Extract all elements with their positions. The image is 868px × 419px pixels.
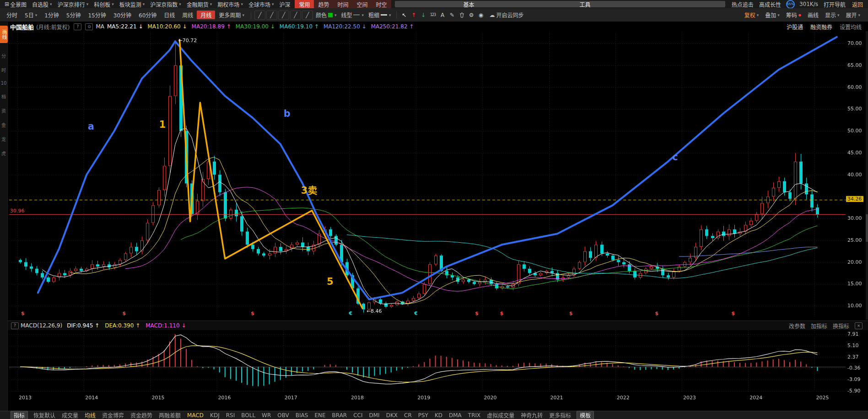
- toolbar-展开-button[interactable]: 展开▾: [846, 11, 860, 19]
- menu-item-沪深京排行[interactable]: 沪深京排行▾: [55, 0, 92, 8]
- macd-indicator-title[interactable]: MACD(12,26,9): [21, 322, 62, 329]
- cloud-sync-button[interactable]: ☁ 开启云同步: [490, 11, 524, 19]
- left-strip-item-4[interactable]: 资: [1, 107, 6, 114]
- indicator-tab-OBV[interactable]: OBV: [274, 412, 292, 419]
- menu-right-item-热点追击[interactable]: 热点追击: [729, 0, 756, 8]
- indicator-tab-KD[interactable]: KD: [431, 412, 446, 419]
- menu-tab-时间[interactable]: 时间: [334, 0, 353, 8]
- menu-right-item-高成长性[interactable]: 高成长性: [756, 0, 784, 8]
- left-strip-item-3[interactable]: 档: [1, 93, 6, 100]
- indicator-tab-TRIX[interactable]: TRIX: [465, 412, 484, 419]
- toolbar-复权-button[interactable]: 复权▾: [744, 11, 759, 19]
- menu-item-期权市场[interactable]: 期权市场▾: [215, 0, 246, 8]
- indicator-tab-DMI[interactable]: DMI: [366, 412, 383, 419]
- menu-item-沪深[interactable]: 沪深: [276, 0, 293, 8]
- indicator-tab-WR[interactable]: WR: [259, 412, 274, 419]
- indicator-tab-虚拟成交量[interactable]: 虚拟成交量: [484, 411, 518, 419]
- period-button-1分钟[interactable]: 1分钟: [41, 11, 63, 19]
- menu-item-科创板[interactable]: 科创板▾: [91, 0, 117, 8]
- pointer-icon[interactable]: ↖: [400, 11, 409, 19]
- period-button-15分钟[interactable]: 15分钟: [84, 11, 109, 19]
- left-strip-item-6[interactable]: 龙: [1, 136, 6, 142]
- back-button[interactable]: 返回: [852, 0, 863, 8]
- indicator-tab-指标[interactable]: 指标: [11, 411, 28, 419]
- menu-item-金融期货[interactable]: 金融期货▾: [184, 0, 215, 8]
- indicator-tab-CR[interactable]: CR: [401, 412, 415, 419]
- menu-item-沪深京指数[interactable]: 沪深京指数▾: [147, 0, 184, 8]
- left-strip-item-1[interactable]: 时: [1, 66, 6, 73]
- left-strip-item-5[interactable]: 金: [1, 121, 6, 128]
- gear-icon[interactable]: ⚙: [467, 11, 476, 19]
- period-button-60分钟[interactable]: 60分钟: [135, 11, 160, 19]
- indicator-tab-BIAS[interactable]: BIAS: [292, 412, 312, 419]
- target-icon[interactable]: ⊙: [85, 23, 93, 30]
- mark-down-icon[interactable]: ↓: [419, 11, 428, 19]
- trash-icon[interactable]: [458, 11, 466, 19]
- left-strip-item-0[interactable]: 分: [1, 52, 6, 59]
- period-button-5日[interactable]: 5日▾: [21, 11, 41, 19]
- linetype-button[interactable]: 线型 ▾: [341, 11, 364, 19]
- macd-link-换指标[interactable]: 换指标: [833, 322, 849, 330]
- link-设置均线[interactable]: 设置均线: [840, 23, 862, 31]
- period-button-更多周期[interactable]: 更多周期▾: [215, 11, 248, 19]
- vertical-scrollbar[interactable]: [866, 31, 868, 320]
- indicator-tab-神奇九转[interactable]: 神奇九转: [518, 411, 546, 419]
- indicator-tab-ENE[interactable]: ENE: [311, 412, 329, 419]
- help-icon[interactable]: ?: [11, 322, 19, 329]
- indicator-tab-KDJ[interactable]: KDJ: [207, 412, 223, 419]
- indicator-tab-两融差额[interactable]: 两融差额: [156, 411, 184, 419]
- toolbar-叠加-button[interactable]: 叠加▾: [765, 11, 780, 19]
- period-button-30分钟[interactable]: 30分钟: [110, 11, 135, 19]
- indicator-tab-DMA[interactable]: DMA: [446, 412, 465, 419]
- close-icon[interactable]: ×: [855, 322, 863, 329]
- toolbar-显示-button[interactable]: 显示▾: [825, 11, 840, 19]
- menu-tab-趋势[interactable]: 趋势: [314, 0, 333, 8]
- toolbar-画线-button[interactable]: 画线: [808, 11, 819, 19]
- mark-up-icon[interactable]: ↑: [410, 11, 418, 19]
- indicator-tab-BOLL[interactable]: BOLL: [238, 412, 259, 419]
- indicator-tab-DKX[interactable]: DKX: [383, 412, 401, 419]
- ray-tool-icon[interactable]: ╱: [266, 11, 277, 20]
- drawline-panel-tab[interactable]: 画线: [0, 26, 8, 43]
- brush-tool-icon[interactable]: ╱: [302, 11, 313, 20]
- menu-tab-时空[interactable]: 时空: [372, 0, 391, 8]
- indicator-tab-均线[interactable]: 均线: [81, 411, 99, 419]
- indicator-tab-BRAR[interactable]: BRAR: [329, 412, 350, 419]
- indicator-tab-MACD[interactable]: MACD: [184, 412, 207, 419]
- stock-name[interactable]: 中国船舶: [10, 22, 34, 31]
- indicator-tab-更多指标[interactable]: 更多指标: [546, 411, 574, 419]
- indicator-tab-PSY[interactable]: PSY: [415, 412, 431, 419]
- macd-link-加指标[interactable]: 加指标: [811, 322, 827, 330]
- menu-tab-空间[interactable]: 空间: [353, 0, 372, 8]
- eye-icon[interactable]: ◉: [477, 11, 485, 19]
- menu-item-板块监测[interactable]: 板块监测▾: [117, 0, 148, 8]
- toolbar-筹码-button[interactable]: 筹码●: [786, 11, 801, 19]
- indicator-tab-CCI[interactable]: CCI: [350, 412, 366, 419]
- indicator-tab-模板[interactable]: 模板: [577, 411, 594, 419]
- menu-item-自选股[interactable]: 自选股▾: [29, 0, 55, 8]
- color-picker-button[interactable]: 颜色 ▾: [316, 11, 337, 19]
- help-icon[interactable]: ?: [74, 23, 81, 30]
- menu-item-全球市场[interactable]: 全球市场▾: [246, 0, 277, 8]
- link-沪股通[interactable]: 沪股通: [787, 23, 803, 31]
- period-button-5分钟[interactable]: 5分钟: [63, 11, 85, 19]
- period-button-日线[interactable]: 日线: [160, 11, 178, 19]
- period-button-月线[interactable]: 月线: [197, 11, 215, 19]
- left-strip-item-2[interactable]: 10: [1, 81, 7, 86]
- segment-tool-icon[interactable]: ╱: [254, 11, 265, 20]
- scrollbar-thumb[interactable]: [866, 214, 868, 242]
- macd-link-改参数[interactable]: 改参数: [789, 322, 805, 330]
- trendline-tool-icon[interactable]: ╱: [278, 11, 289, 20]
- left-strip-item-7[interactable]: 虎: [1, 150, 6, 157]
- quote-speed-gauge[interactable]: 55%: [786, 0, 795, 9]
- indicator-tab-资金博弈[interactable]: 资金博弈: [99, 411, 127, 419]
- period-button-分时[interactable]: 分时: [3, 11, 21, 19]
- indicator-tab-资金趋势[interactable]: 资金趋势: [127, 411, 156, 419]
- indicator-tab-恢复默认[interactable]: 恢复默认: [30, 411, 59, 419]
- open-navigation-button[interactable]: 打开导航: [824, 0, 846, 8]
- pencil-icon[interactable]: ✎: [448, 11, 457, 19]
- indicator-tab-RSI[interactable]: RSI: [223, 412, 238, 419]
- channel-tool-icon[interactable]: ╱: [290, 11, 301, 20]
- chart-canvas[interactable]: [0, 0, 868, 419]
- menu-item-全景图[interactable]: ⊞全景图: [2, 0, 29, 8]
